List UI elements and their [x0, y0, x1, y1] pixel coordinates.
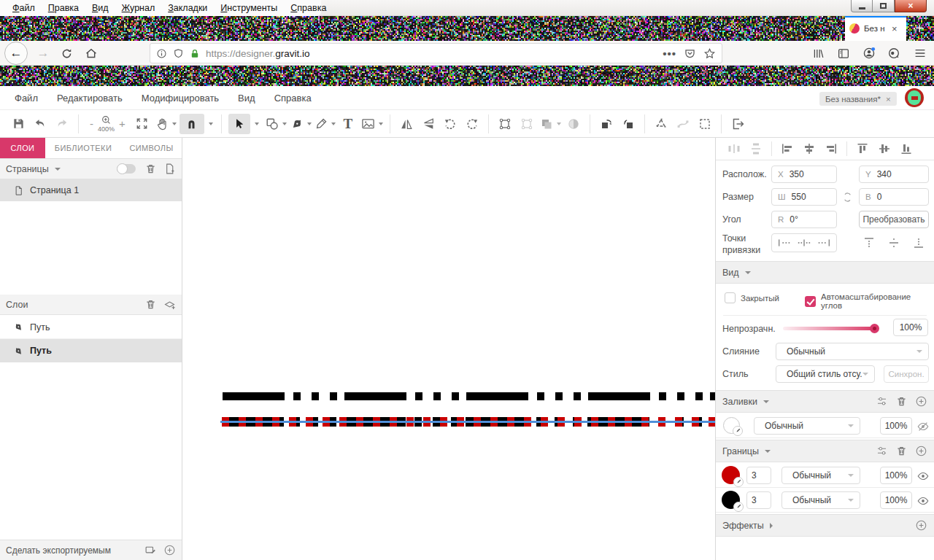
flip-vertical-button[interactable] [419, 114, 438, 134]
https-lock-icon[interactable] [190, 48, 200, 59]
browser-tab[interactable]: Без н × [845, 16, 906, 41]
user-avatar[interactable] [905, 88, 924, 107]
border-opacity-value-black[interactable]: 100% [880, 491, 912, 509]
add-layer-icon[interactable] [163, 298, 176, 311]
fills-options-icon[interactable] [876, 395, 888, 408]
document-tab[interactable]: Без названия* × [819, 92, 897, 106]
pages-collapse-caret[interactable] [55, 168, 61, 171]
delete-page-icon[interactable] [144, 163, 157, 175]
minimize-button[interactable] [851, 0, 873, 12]
align-right-icon[interactable] [825, 142, 838, 155]
closed-checkbox[interactable] [725, 292, 736, 303]
delete-layer-icon[interactable] [144, 298, 157, 311]
eyedropper-icon[interactable] [733, 426, 743, 436]
pen-tool[interactable] [290, 114, 312, 134]
transform-button[interactable]: Преобразовать [859, 211, 929, 228]
shape-tool[interactable] [265, 114, 287, 134]
snapping-magnet-toggle[interactable] [180, 114, 204, 134]
sidebar-toggle-icon[interactable] [834, 41, 853, 66]
flip-horizontal-button[interactable] [397, 114, 416, 134]
bring-forward-button[interactable] [597, 114, 616, 134]
border-style-dropdown-red[interactable]: Обычный [781, 467, 860, 484]
select-tool[interactable] [228, 114, 250, 134]
borders-section-header[interactable]: Границы [716, 440, 934, 462]
border-visible-eye-icon[interactable] [916, 494, 930, 508]
gravit-menu-edit[interactable]: Редактировать [57, 93, 123, 104]
gravit-menu-modify[interactable]: Модифицировать [142, 93, 219, 104]
style-sync-button[interactable]: Синхрон. [884, 365, 929, 383]
page-item[interactable]: Страница 1 [0, 179, 182, 201]
anchor-middle-icon[interactable] [888, 236, 900, 249]
menu-tools[interactable]: Инструменты [214, 1, 284, 15]
effects-section-header[interactable]: Эффекты [716, 514, 934, 537]
blend-mode-dropdown[interactable]: Обычный [776, 343, 929, 360]
export-slice-icon[interactable] [144, 544, 157, 556]
rotate-ccw-button[interactable] [441, 114, 460, 134]
view-section-header[interactable]: Вид [716, 261, 934, 284]
tracking-shield-icon[interactable] [173, 48, 184, 59]
account-icon[interactable] [860, 41, 879, 66]
gravit-menu-view[interactable]: Вид [238, 93, 255, 104]
reload-button[interactable] [57, 41, 76, 66]
x-input[interactable]: X350 [771, 166, 837, 183]
home-button[interactable] [82, 41, 101, 66]
angle-input[interactable]: R0° [771, 211, 837, 228]
gravit-menu-help[interactable]: Справка [274, 93, 312, 104]
menu-edit[interactable]: Правка [42, 1, 85, 15]
height-input[interactable]: В0 [859, 188, 929, 206]
layer-item-path-1[interactable]: Путь [0, 316, 182, 339]
make-exportable-label[interactable]: Сделать экспортируемым [6, 545, 111, 556]
menu-help[interactable]: Справка [284, 1, 333, 15]
rotate-cw-button[interactable] [463, 114, 482, 134]
save-button[interactable] [9, 114, 28, 134]
send-backward-button[interactable] [619, 114, 638, 134]
pages-master-toggle[interactable] [117, 164, 136, 174]
close-button[interactable]: × [895, 0, 927, 12]
convert-to-path-button[interactable] [652, 114, 671, 134]
y-input[interactable]: Y340 [859, 166, 929, 183]
link-dimensions-icon[interactable] [841, 191, 854, 203]
boolean-ops-button[interactable] [539, 114, 561, 134]
document-close-icon[interactable]: × [886, 95, 891, 104]
fill-style-dropdown[interactable]: Обычный [754, 417, 860, 435]
fills-section-header[interactable]: Заливки [716, 390, 934, 413]
pencil-tool[interactable] [314, 114, 336, 134]
effects-add-icon[interactable] [915, 519, 927, 532]
align-middle-icon[interactable] [878, 142, 891, 155]
border-width-input-black[interactable]: 3 [746, 491, 771, 509]
page-info-icon[interactable] [156, 48, 167, 59]
zoom-tool[interactable]: 400% [98, 114, 115, 133]
border-visible-eye-icon[interactable] [916, 470, 930, 483]
border-width-input-red[interactable]: 3 [746, 467, 771, 484]
back-button[interactable]: ← [4, 42, 28, 65]
border-color-swatch-black[interactable] [722, 491, 740, 509]
pocket-icon[interactable] [684, 47, 696, 60]
zoom-out-button[interactable]: - [85, 117, 98, 130]
group-button[interactable] [495, 114, 514, 134]
anchor-center-icon[interactable] [796, 238, 812, 248]
anchor-right-icon[interactable] [816, 238, 832, 248]
url-text[interactable]: https://designer.gravit.io [206, 48, 663, 59]
edit-path-button[interactable] [674, 114, 692, 134]
library-icon[interactable] [808, 41, 827, 66]
borders-options-icon[interactable] [876, 445, 888, 457]
opacity-value[interactable]: 100% [893, 319, 928, 336]
tab-close-icon[interactable]: × [892, 23, 898, 34]
opacity-slider[interactable] [783, 327, 876, 330]
eyedropper-icon[interactable] [733, 502, 744, 512]
tab-libraries[interactable]: БИБЛИОТЕКИ [45, 138, 121, 158]
align-top-icon[interactable] [856, 142, 869, 155]
zoom-in-button[interactable]: + [115, 117, 130, 130]
autoscale-checkbox[interactable] [805, 296, 816, 307]
add-export-icon[interactable] [163, 544, 176, 556]
anchor-bottom-icon[interactable] [913, 236, 925, 249]
bookmark-star-icon[interactable] [703, 47, 716, 60]
opacity-slider-handle[interactable] [870, 324, 879, 333]
redo-button[interactable] [53, 114, 72, 134]
url-bar[interactable]: https://designer.gravit.io ••• [150, 43, 722, 63]
borders-delete-icon[interactable] [895, 445, 908, 457]
shared-style-dropdown[interactable]: Общий стиль отсу... [776, 365, 875, 383]
border-opacity-value-red[interactable]: 100% [880, 467, 912, 484]
tab-symbols[interactable]: СИМВОЛЫ [121, 138, 182, 158]
export-button[interactable] [728, 114, 747, 134]
